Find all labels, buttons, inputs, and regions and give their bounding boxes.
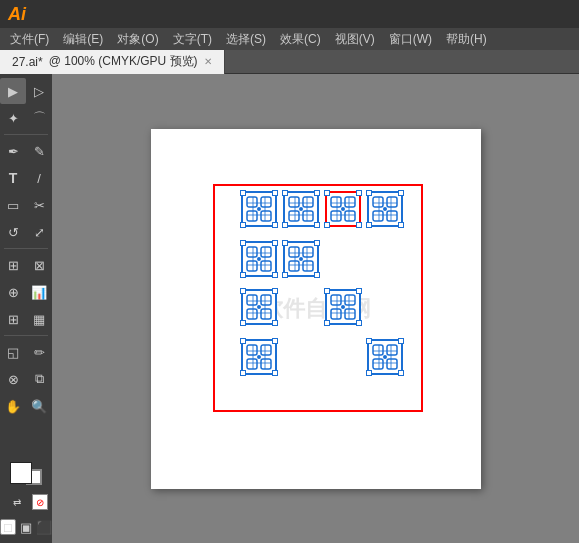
svg-rect-20 [331,211,341,221]
symbol-icon [287,195,315,223]
gradient-tool[interactable]: ◱ [0,339,26,365]
artboard: 软件自学网 [151,129,481,489]
add-anchor-tool[interactable]: ✎ [26,138,52,164]
eyedropper-tool[interactable]: ✏ [26,339,52,365]
normal-mode-btn[interactable]: □ [0,519,16,535]
canvas-area: 软件自学网 [52,74,579,543]
chart-tool[interactable]: ▦ [26,306,52,332]
menu-view[interactable]: 视图(V) [329,29,381,50]
svg-rect-28 [387,197,397,207]
symbol-icon [245,195,273,223]
symbol-sprayer-tool[interactable]: ⊕ [0,279,26,305]
tool-row-hand: ✋ 🔍 [0,393,52,419]
svg-rect-64 [345,295,355,305]
symbol-obj-4[interactable] [367,191,403,227]
line-tool[interactable]: / [26,165,52,191]
fullscreen-mode-btn[interactable]: ▣ [18,519,34,535]
menu-bar: 文件(F) 编辑(E) 对象(O) 文字(T) 选择(S) 效果(C) 视图(V… [0,28,579,50]
magic-wand-tool[interactable]: ✦ [0,105,26,131]
menu-text[interactable]: 文字(T) [167,29,218,50]
svg-point-85 [383,355,387,359]
symbol-obj-7[interactable] [241,289,277,325]
svg-rect-83 [373,359,383,369]
blend-tool[interactable]: ⊗ [0,366,26,392]
swatch-row-modes: □ ▣ ⬛ [0,519,52,535]
tool-row-type: T / [0,165,52,191]
swatch-row-main [10,461,42,485]
svg-rect-39 [261,261,271,271]
symbol-icon [245,245,273,273]
tool-row-select: ▶ ▷ [0,78,52,104]
svg-rect-66 [345,309,355,319]
svg-rect-21 [345,211,355,221]
svg-point-67 [341,305,345,309]
separator-2 [4,248,48,249]
menu-window[interactable]: 窗口(W) [383,29,438,50]
document-tab[interactable]: 27.ai* @ 100% (CMYK/GPU 预览) ✕ [0,50,225,74]
pen-tool[interactable]: ✒ [0,138,26,164]
symbol-obj-5[interactable] [241,241,277,277]
menu-edit[interactable]: 编辑(E) [57,29,109,50]
hand-tool[interactable]: ✋ [0,393,26,419]
svg-rect-56 [247,309,257,319]
svg-point-31 [383,207,387,211]
svg-rect-54 [247,295,257,305]
symbol-obj-8[interactable] [325,289,361,325]
svg-rect-2 [247,211,257,221]
warp-tool[interactable]: ⊞ [0,252,26,278]
tool-row-pen: ✒ ✎ [0,138,52,164]
svg-point-49 [299,257,303,261]
presentation-mode-btn[interactable]: ⬛ [36,519,52,535]
zoom-tool[interactable]: 🔍 [26,393,52,419]
svg-rect-30 [387,211,397,221]
swap-colors-btn[interactable]: ⇄ [4,489,30,515]
menu-effect[interactable]: 效果(C) [274,29,327,50]
svg-rect-27 [373,197,383,207]
svg-rect-81 [373,345,383,355]
svg-rect-11 [289,211,299,221]
symbol-obj-9[interactable] [241,339,277,375]
tool-row-blend: ⊗ ⧉ [0,366,52,392]
svg-point-76 [257,355,261,359]
svg-rect-9 [289,197,299,207]
svg-rect-12 [303,211,313,221]
tool-row-shape: ▭ ✂ [0,192,52,218]
free-transform-tool[interactable]: ⊠ [26,252,52,278]
rotate-tool[interactable]: ↺ [0,219,26,245]
symbol-obj-3[interactable] [325,191,361,227]
symbol-obj-10[interactable] [367,339,403,375]
tool-row-mesh: ⊞ ▦ [0,306,52,332]
column-graph-tool[interactable]: 📊 [26,279,52,305]
svg-rect-74 [247,359,257,369]
mesh-tool[interactable]: ⊞ [0,306,26,332]
menu-help[interactable]: 帮助(H) [440,29,493,50]
fill-swatch[interactable] [10,462,32,484]
lasso-tool[interactable]: ⌒ [26,105,52,131]
live-paint-tool[interactable]: ⧉ [26,366,52,392]
app-logo: Ai [8,4,26,25]
menu-object[interactable]: 对象(O) [111,29,164,50]
separator-1 [4,134,48,135]
svg-rect-45 [289,247,299,257]
tab-info: @ 100% (CMYK/GPU 预览) [49,53,198,70]
symbol-obj-1[interactable] [241,191,277,227]
svg-rect-73 [261,345,271,355]
type-tool[interactable]: T [0,165,26,191]
symbol-icon [245,343,273,371]
svg-rect-0 [247,197,257,207]
menu-file[interactable]: 文件(F) [4,29,55,50]
select-tool[interactable]: ▶ [0,78,26,104]
direct-select-tool[interactable]: ▷ [26,78,52,104]
tool-row-sym: ⊕ 📊 [0,279,52,305]
rect-tool[interactable]: ▭ [0,192,26,218]
tab-close-button[interactable]: ✕ [204,56,212,67]
scissors-tool[interactable]: ✂ [26,192,52,218]
symbol-obj-2[interactable] [283,191,319,227]
symbol-icon [329,195,357,223]
menu-select[interactable]: 选择(S) [220,29,272,50]
svg-rect-75 [261,359,271,369]
symbol-icon [371,195,399,223]
symbol-obj-6[interactable] [283,241,319,277]
main-layout: ▶ ▷ ✦ ⌒ ✒ ✎ T / ▭ ✂ ↺ ⤢ ⊞ ⊠ ⊕ [0,74,579,543]
scale-tool[interactable]: ⤢ [26,219,52,245]
